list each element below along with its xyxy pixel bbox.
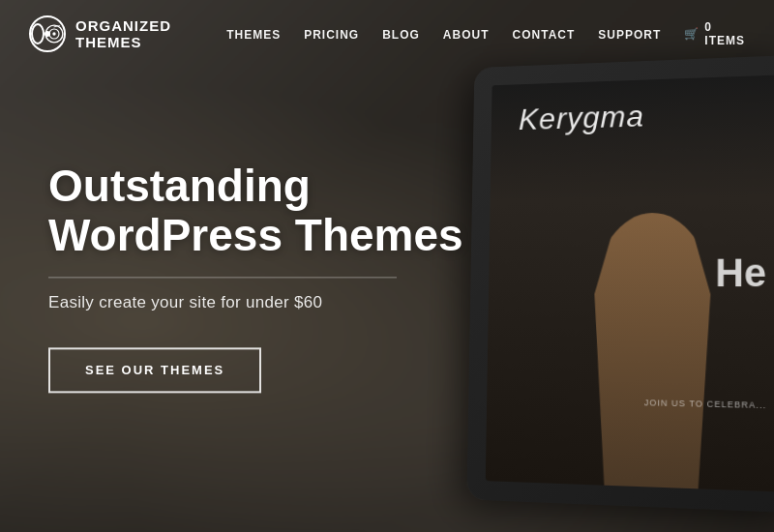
cart-icon: 🛒 (684, 27, 700, 41)
nav-link-blog[interactable]: BLOG (382, 28, 420, 42)
nav-item-support[interactable]: SUPPORT (598, 25, 661, 43)
logo-link[interactable]: ORGANIZED THEMES (29, 15, 226, 52)
tablet-theme-name: Kerygma (519, 99, 644, 137)
nav-link-contact[interactable]: CONTACT (513, 28, 576, 42)
hero-title: Outstanding WordPress Themes (48, 162, 463, 259)
logo-text: ORGANIZED THEMES (75, 17, 226, 50)
logo-svg (45, 16, 64, 51)
tablet-screen: Kerygma He JOIN US TO CELEBRA... (486, 75, 774, 492)
hero-subtitle: Easily create your site for under $60 (48, 294, 463, 313)
nav-link-support[interactable]: SUPPORT (598, 28, 661, 42)
cart-label: 0 ITEMS (704, 20, 745, 47)
nav-item-contact[interactable]: CONTACT (513, 25, 576, 43)
tablet-partial-text: He (715, 251, 766, 295)
hero-divider (48, 278, 397, 279)
tablet-screen-content: Kerygma He JOIN US TO CELEBRA... (486, 75, 774, 492)
tablet-frame: Kerygma He JOIN US TO CELEBRA... (466, 55, 774, 513)
svg-point-2 (52, 32, 55, 35)
cta-button[interactable]: SEE OUR THEMES (48, 348, 261, 394)
nav-item-pricing[interactable]: PRICING (304, 25, 359, 43)
hero-title-line2: WordPress Themes (48, 210, 463, 260)
nav-item-blog[interactable]: BLOG (382, 25, 420, 43)
nav-item-about[interactable]: ABOUT (443, 25, 490, 43)
hero-content: Outstanding WordPress Themes Easily crea… (48, 162, 463, 393)
tablet-mockup: Kerygma He JOIN US TO CELEBRA... (445, 58, 774, 522)
nav-link-about[interactable]: ABOUT (443, 28, 490, 42)
nav-item-cart[interactable]: 🛒 0 ITEMS (684, 20, 745, 47)
cart-link[interactable]: 🛒 0 ITEMS (684, 20, 745, 47)
nav-links: THEMES PRICING BLOG ABOUT CONTACT SUPPOR… (226, 20, 745, 47)
hero-title-line1: Outstanding (48, 161, 311, 211)
nav-item-themes[interactable]: THEMES (226, 25, 281, 43)
navbar: ORGANIZED THEMES THEMES PRICING BLOG ABO… (0, 0, 774, 68)
tablet-figure-silhouette (593, 212, 711, 488)
hero-section: Kerygma He JOIN US TO CELEBRA... ORGANIZ… (0, 0, 774, 532)
nav-link-themes[interactable]: THEMES (226, 28, 281, 42)
logo-icon (29, 15, 66, 52)
nav-link-pricing[interactable]: PRICING (304, 28, 359, 42)
